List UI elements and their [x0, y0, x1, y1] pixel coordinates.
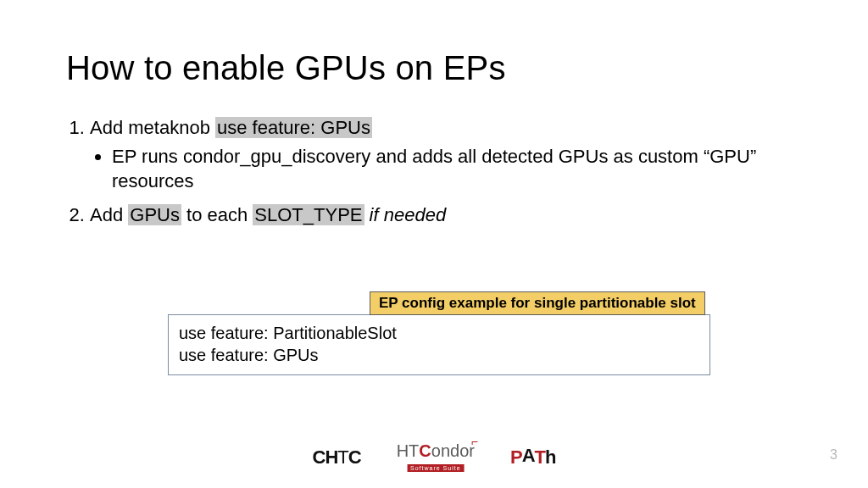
code-highlight: GPUs: [128, 204, 181, 225]
list-item-text: Add metaknob: [90, 117, 215, 138]
list-item: Add metaknob use feature: GPUs EP runs c…: [90, 115, 817, 194]
page-title: How to enable GPUs on EPs: [66, 49, 506, 87]
ordered-list: Add metaknob use feature: GPUs EP runs c…: [66, 115, 817, 228]
code-highlight: SLOT_TYPE: [253, 204, 364, 225]
slide: How to enable GPUs on EPs Add metaknob u…: [0, 0, 868, 488]
htcondor-logo: HTCondor⌐ Software Suite: [397, 442, 475, 473]
chtc-logo: CHTC: [313, 446, 361, 469]
path-logo: PATh: [510, 446, 555, 469]
list-item-text: Add: [90, 204, 128, 225]
content-block: Add metaknob use feature: GPUs EP runs c…: [66, 115, 817, 233]
list-item-text: to each: [181, 204, 253, 225]
code-highlight: use feature: GPUs: [215, 117, 372, 138]
sub-list: EP runs condor_gpu_discovery and adds al…: [90, 144, 817, 194]
footer: CHTC HTCondor⌐ Software Suite PATh 3: [0, 439, 868, 473]
list-item: EP runs condor_gpu_discovery and adds al…: [112, 144, 817, 194]
list-item: Add GPUs to each SLOT_TYPE if needed: [90, 202, 817, 228]
code-line: use feature: GPUs: [179, 344, 699, 366]
example-block: EP config example for single partitionab…: [168, 291, 710, 375]
code-line: use feature: PartitionableSlot: [179, 322, 699, 344]
page-number: 3: [830, 447, 837, 463]
list-item-text: EP runs: [112, 146, 183, 167]
code-inline: condor_gpu_discovery: [183, 146, 370, 167]
logo-row: CHTC HTCondor⌐ Software Suite PATh: [313, 442, 556, 473]
example-code-box: use feature: PartitionableSlot use featu…: [168, 314, 710, 375]
example-label: EP config example for single partitionab…: [370, 291, 705, 315]
list-item-text: if needed: [364, 204, 447, 225]
